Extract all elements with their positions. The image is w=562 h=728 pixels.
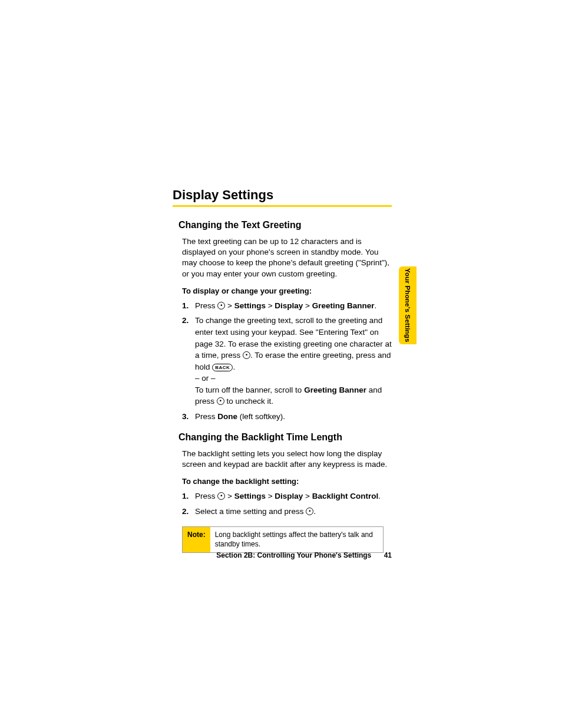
text-fragment: > (266, 492, 275, 500)
text-fragment: > (303, 301, 312, 310)
text-fragment: > (225, 492, 234, 500)
page-title: Display Settings (173, 187, 392, 203)
text-fragment: (left softkey). (237, 412, 285, 421)
note-box: Note: Long backlight settings affect the… (182, 526, 384, 553)
side-tab-label: Your Phone's Settings (404, 268, 411, 342)
nav-key-icon (217, 492, 225, 500)
text-fragment: . (233, 363, 235, 371)
list-item: 1. Press > Settings > Display > Greeting… (182, 300, 392, 312)
nav-key-icon (306, 508, 313, 515)
text-fragment: > (303, 492, 312, 500)
step-text: Press Done (left softkey). (195, 411, 392, 423)
menu-path-item: Greeting Banner (312, 301, 375, 310)
section2-intro: The backlight setting lets you select ho… (182, 449, 392, 470)
section-heading-backlight: Changing the Backlight Time Length (178, 432, 392, 443)
step-number: 2. (182, 315, 195, 407)
text-fragment: . (378, 492, 381, 500)
nav-key-icon (243, 351, 250, 359)
text-fragment: > (266, 301, 275, 310)
page-footer: Section 2B: Controlling Your Phone's Set… (173, 551, 392, 559)
menu-path-item: Display (275, 301, 303, 310)
section-heading-greeting: Changing the Text Greeting (178, 220, 392, 230)
menu-path-item: Display (275, 492, 303, 500)
step-number: 2. (182, 506, 195, 518)
step-text: Select a time setting and press . (195, 506, 392, 518)
menu-path-item: Backlight Control (312, 492, 379, 500)
list-item: 1. Press > Settings > Display > Backligh… (182, 490, 392, 502)
nav-key-icon (217, 397, 224, 405)
text-fragment: Press (195, 492, 217, 500)
list-item: 3. Press Done (left softkey). (182, 411, 392, 423)
text-fragment: Select a time setting and press (195, 507, 306, 516)
step-number: 3. (182, 411, 195, 423)
section2-lead: To change the backlight setting: (182, 477, 392, 486)
section1-lead: To display or change your greeting: (182, 286, 392, 295)
list-item: 2. To change the greeting text, scroll t… (182, 315, 392, 407)
text-fragment: . (313, 507, 316, 516)
softkey-label: Done (217, 412, 237, 421)
step-text: Press > Settings > Display > Greeting Ba… (195, 300, 392, 312)
footer-section: Section 2B: Controlling Your Phone's Set… (216, 551, 371, 559)
side-tab: Your Phone's Settings (399, 266, 416, 344)
page-content: Display Settings Changing the Text Greet… (173, 187, 392, 553)
text-fragment: To turn off the banner, scroll to (195, 386, 304, 394)
nav-key-icon (217, 302, 225, 309)
text-fragment: > (225, 301, 234, 310)
step-number: 1. (182, 490, 195, 502)
page-number: 41 (384, 551, 392, 559)
step-text: To change the greeting text, scroll to t… (195, 315, 392, 407)
menu-path-item: Settings (234, 492, 266, 500)
text-fragment: Press (195, 301, 217, 310)
title-underline (173, 205, 392, 207)
back-key-icon: BACK (212, 364, 233, 371)
note-label: Note: (183, 527, 210, 552)
section1-steps: 1. Press > Settings > Display > Greeting… (182, 300, 392, 423)
section1-intro: The text greeting can be up to 12 charac… (182, 236, 392, 279)
text-fragment: to uncheck it. (224, 397, 273, 406)
text-fragment: Press (195, 412, 217, 421)
list-item: 2. Select a time setting and press . (182, 506, 392, 518)
section2-steps: 1. Press > Settings > Display > Backligh… (182, 490, 392, 517)
menu-path-item: Greeting Banner (304, 386, 366, 394)
step-text: Press > Settings > Display > Backlight C… (195, 490, 392, 502)
text-fragment: – or – (195, 374, 216, 383)
step-number: 1. (182, 300, 195, 312)
note-text: Long backlight settings affect the batte… (210, 527, 383, 552)
menu-path-item: Settings (234, 301, 266, 310)
text-fragment: . (375, 301, 377, 310)
